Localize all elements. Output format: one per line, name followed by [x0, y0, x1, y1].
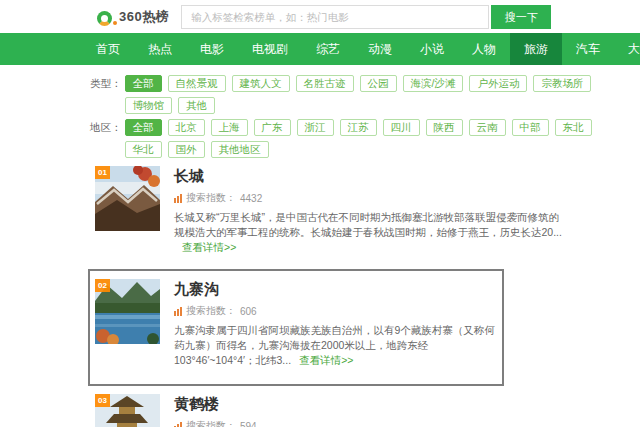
region-chip-shaanxi[interactable]: 陕西: [426, 119, 463, 136]
logo-text: 360热榜: [119, 8, 169, 26]
logo-ring-icon: [97, 11, 112, 26]
search-input[interactable]: [181, 5, 489, 29]
nav-item-anime[interactable]: 动漫: [354, 33, 406, 65]
main-nav: 首页 热点 电影 电视剧 综艺 动漫 小说 人物 旅游 汽车 大学 网站 人气榜: [0, 33, 640, 65]
page-header: 360热榜 搜一下: [0, 0, 640, 33]
region-chip-north[interactable]: 华北: [125, 141, 162, 158]
search-button[interactable]: 搜一下: [491, 5, 551, 29]
nav-item-people[interactable]: 人物: [458, 33, 510, 65]
type-chip-architecture[interactable]: 建筑人文: [232, 75, 290, 92]
item-description: 九寨沟隶属于四川省阿坝藏族羌族自治州，以有9个藏族村寨（又称何药九寨）而得名，九…: [174, 323, 498, 368]
detail-link[interactable]: 查看详情>>: [182, 241, 236, 253]
search-index-value: 4432: [240, 193, 262, 204]
nav-item-movie[interactable]: 电影: [186, 33, 238, 65]
region-chip-yunnan[interactable]: 云南: [469, 119, 506, 136]
region-chip-abroad[interactable]: 国外: [168, 141, 205, 158]
item-thumbnail-yellowcrane[interactable]: 03: [95, 394, 160, 427]
type-chip-religion[interactable]: 宗教场所: [533, 75, 591, 92]
region-chip-northeast[interactable]: 东北: [555, 119, 592, 136]
search-index-line: 搜索指数：606: [174, 304, 498, 318]
search-index-value: 594: [240, 421, 257, 427]
item-description-text: 长城又称“万里长城”，是中国古代在不同时期为抵御塞北游牧部落联盟侵袭而修筑的规模…: [174, 211, 562, 238]
region-chip-other[interactable]: 其他地区: [211, 141, 269, 158]
nav-item-car[interactable]: 汽车: [562, 33, 614, 65]
item-thumbnail-greatwall[interactable]: 01: [95, 166, 160, 231]
region-chip-beijing[interactable]: 北京: [168, 119, 205, 136]
type-chip-other[interactable]: 其他: [178, 97, 215, 114]
detail-link[interactable]: 查看详情>>: [299, 354, 353, 366]
type-chip-nature[interactable]: 自然景观: [168, 75, 226, 92]
region-chip-sichuan[interactable]: 四川: [383, 119, 420, 136]
type-chip-beach[interactable]: 海滨/沙滩: [403, 75, 464, 92]
region-chip-central[interactable]: 中部: [512, 119, 549, 136]
nav-item-variety[interactable]: 综艺: [302, 33, 354, 65]
nav-item-home[interactable]: 首页: [82, 33, 134, 65]
list-item-jiuzhaigou: 02 九寨沟 搜索指数：606 九寨沟隶属于四川省阿坝藏族羌族自治州，以有9个藏…: [95, 279, 496, 368]
filter-region-label: 地区：: [90, 119, 122, 158]
search-index-line: 搜索指数：594: [174, 419, 568, 427]
region-chip-jiangsu[interactable]: 江苏: [340, 119, 377, 136]
selection-highlight-box: 02 九寨沟 搜索指数：606 九寨沟隶属于四川省阿坝藏族羌族自治州，以有9个藏…: [88, 269, 504, 386]
list-item-yellowcrane: 03 黄鹤楼 搜索指数：594 黄鹤楼位于湖北省武汉市长江南岸的武昌蛇山峰岭之上…: [95, 394, 640, 427]
nav-item-travel[interactable]: 旅游: [510, 33, 562, 65]
nav-item-novel[interactable]: 小说: [406, 33, 458, 65]
region-chip-guangdong[interactable]: 广东: [254, 119, 291, 136]
rank-badge: 03: [95, 394, 110, 407]
rank-badge: 02: [95, 279, 110, 292]
logo[interactable]: 360热榜: [97, 8, 169, 26]
item-description: 长城又称“万里长城”，是中国古代在不同时期为抵御塞北游牧部落联盟侵袭而修筑的规模…: [174, 210, 568, 255]
region-chip-all[interactable]: 全部: [125, 119, 162, 136]
type-chip-park[interactable]: 公园: [360, 75, 397, 92]
search-index-line: 搜索指数：4432: [174, 191, 568, 205]
filter-row-type: 类型： 全部 自然景观 建筑人文 名胜古迹 公园 海滨/沙滩 户外运动 宗教场所…: [90, 75, 640, 114]
main-content: 类型： 全部 自然景观 建筑人文 名胜古迹 公园 海滨/沙滩 户外运动 宗教场所…: [0, 65, 640, 427]
rank-badge: 01: [95, 166, 110, 179]
search-index-icon: [174, 422, 182, 427]
filter-row-region: 地区： 全部 北京 上海 广东 浙江 江苏 四川 陕西 云南 中部 东北 华北 …: [90, 119, 640, 158]
logo-dot-icon: [113, 21, 117, 25]
type-chip-outdoor[interactable]: 户外运动: [469, 75, 527, 92]
ranking-list: 01 长城 搜索指数：4432 长城又称“万里长城”，是中国古代在不同时期为抵御…: [95, 166, 640, 427]
nav-item-university[interactable]: 大学: [614, 33, 640, 65]
search-index-label: 搜索指数：: [186, 191, 236, 205]
region-chip-zhejiang[interactable]: 浙江: [297, 119, 334, 136]
item-title[interactable]: 长城: [174, 167, 568, 186]
region-chip-shanghai[interactable]: 上海: [211, 119, 248, 136]
item-thumbnail-jiuzhaigou[interactable]: 02: [95, 279, 160, 344]
nav-item-tv[interactable]: 电视剧: [238, 33, 302, 65]
search-index-label: 搜索指数：: [186, 419, 236, 427]
search-index-icon: [174, 307, 182, 316]
nav-item-hot[interactable]: 热点: [134, 33, 186, 65]
search-index-icon: [174, 194, 182, 203]
type-chip-heritage[interactable]: 名胜古迹: [296, 75, 354, 92]
search-index-label: 搜索指数：: [186, 304, 236, 318]
type-chip-all[interactable]: 全部: [125, 75, 162, 92]
search-index-value: 606: [240, 306, 257, 317]
filter-type-label: 类型：: [90, 75, 122, 114]
type-chip-museum[interactable]: 博物馆: [125, 97, 173, 114]
item-title[interactable]: 九寨沟: [174, 280, 498, 299]
item-title[interactable]: 黄鹤楼: [174, 395, 568, 414]
list-item-greatwall: 01 长城 搜索指数：4432 长城又称“万里长城”，是中国古代在不同时期为抵御…: [95, 166, 640, 255]
